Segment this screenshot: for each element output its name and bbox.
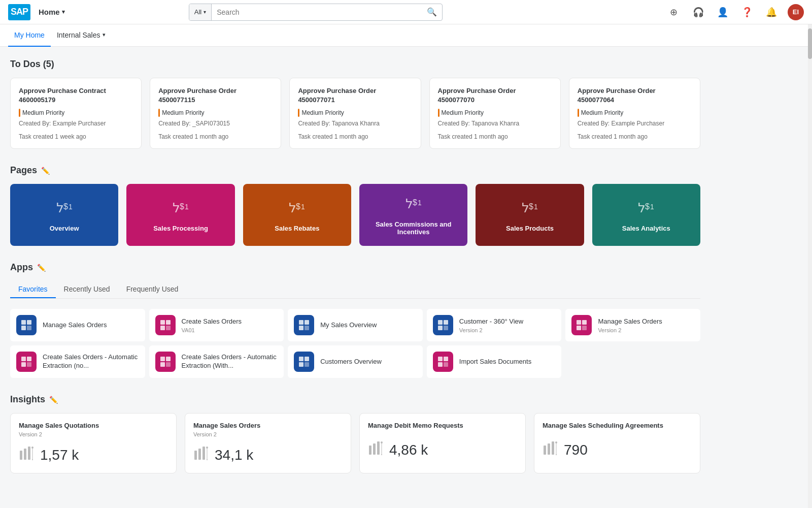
svg-rect-31 [444, 320, 448, 325]
home-menu[interactable]: Home ▾ [39, 8, 65, 16]
todo-title: Approve Purchase Order 4500077064 [578, 86, 692, 105]
page-card[interactable]: ל $ 1 Sales Products [476, 184, 584, 246]
app-icon [294, 352, 314, 372]
svg-rect-59 [194, 451, 197, 460]
svg-rect-55 [24, 449, 26, 460]
priority-badge: Medium Priority [438, 109, 552, 117]
svg-point-67 [381, 441, 383, 443]
svg-text:$: $ [63, 202, 68, 211]
priority-dot [19, 109, 20, 117]
notifications-icon[interactable]: 🔔 [763, 4, 780, 20]
svg-rect-33 [444, 326, 448, 330]
svg-rect-40 [21, 362, 26, 367]
todo-card[interactable]: Approve Purchase Order 4500077070 Medium… [429, 78, 561, 149]
nav-item-internal-sales[interactable]: Internal Sales ▾ [51, 24, 112, 47]
svg-rect-23 [166, 320, 171, 325]
insight-card[interactable]: Manage Debit Memo Requests 4,86 k [359, 413, 526, 473]
page-card[interactable]: ל $ 1 Sales Commissions and Incentives [359, 184, 467, 246]
svg-rect-18 [21, 320, 26, 325]
search-button[interactable]: 🔍 [422, 7, 442, 17]
app-info: Customers Overview [320, 358, 417, 366]
svg-rect-26 [299, 320, 303, 325]
copilot-icon[interactable]: ⊕ [666, 4, 682, 20]
insight-sub: Version 2 [193, 431, 343, 437]
sap-logo[interactable]: SAP [8, 4, 30, 20]
svg-rect-53 [444, 362, 448, 367]
svg-rect-39 [27, 357, 31, 361]
scrollbar[interactable] [808, 24, 812, 508]
insight-card[interactable]: Manage Sales Quotations Version 2 1,57 k [10, 413, 177, 473]
insight-icon [368, 440, 384, 460]
page-icon: ל $ 1 [403, 194, 424, 215]
svg-rect-51 [444, 357, 448, 361]
app-item[interactable]: Customers Overview [288, 345, 423, 378]
page-label: Sales Processing [153, 225, 208, 232]
page-card[interactable]: ל $ 1 Sales Processing [126, 184, 234, 246]
priority-label: Medium Priority [301, 109, 344, 116]
apps-edit-icon[interactable]: ✏️ [37, 264, 46, 272]
page-icon: ל $ 1 [520, 198, 540, 219]
insights-edit-icon[interactable]: ✏️ [49, 396, 58, 404]
insight-value: 1,57 k [40, 447, 79, 463]
app-tab-recently-used[interactable]: Recently Used [56, 281, 118, 298]
avatar[interactable]: EI [788, 4, 804, 20]
app-item[interactable]: Manage Sales Orders Version 2 [565, 309, 700, 341]
svg-point-72 [555, 441, 557, 443]
app-item[interactable]: Customer - 360° View Version 2 [427, 309, 562, 341]
page-label: Sales Analytics [622, 225, 670, 232]
scroll-area[interactable]: To Dos (5) Approve Purchase Contract 460… [0, 47, 812, 508]
svg-rect-70 [548, 443, 550, 455]
insight-icon [193, 446, 210, 465]
svg-text:1: 1 [69, 203, 73, 211]
app-name: Customers Overview [320, 358, 417, 366]
search-filter-dropdown[interactable]: All ▾ [189, 4, 212, 20]
page-card[interactable]: ל $ 1 Sales Analytics [592, 184, 700, 246]
svg-text:ל: ל [56, 200, 63, 215]
page-card[interactable]: ל $ 1 Sales Rebates [243, 184, 351, 246]
app-tab-frequently-used[interactable]: Frequently Used [118, 281, 187, 298]
home-label: Home [39, 8, 60, 16]
svg-rect-45 [166, 362, 171, 367]
user-settings-icon[interactable]: 👤 [715, 4, 731, 20]
priority-label: Medium Priority [22, 109, 64, 116]
insight-card[interactable]: Manage Sales Orders Version 2 34,1 k [185, 413, 351, 473]
todo-time: Task created 1 month ago [438, 133, 552, 140]
app-item[interactable]: Create Sales Orders VA01 [149, 309, 284, 341]
app-item[interactable]: My Sales Overview [288, 309, 423, 341]
app-info: My Sales Overview [320, 321, 417, 330]
app-item[interactable]: Import Sales Documents [427, 345, 562, 378]
page-icon: ל $ 1 [171, 198, 191, 219]
todo-card[interactable]: Approve Purchase Order 4500077115 Medium… [150, 78, 281, 149]
nav-item-myhome[interactable]: My Home [8, 24, 51, 47]
svg-rect-29 [304, 326, 309, 330]
svg-text:1: 1 [418, 199, 422, 207]
app-item[interactable]: Create Sales Orders - Automatic Extracti… [149, 345, 284, 378]
app-icon [155, 352, 176, 372]
scrollbar-thumb[interactable] [808, 28, 812, 59]
app-info: Manage Sales Orders [43, 321, 139, 330]
app-name: Create Sales Orders [182, 318, 278, 326]
app-icon [294, 315, 314, 335]
todo-card[interactable]: Approve Purchase Order 4500077064 Medium… [569, 78, 700, 149]
todo-card[interactable]: Approve Purchase Contract 4600005179 Med… [10, 78, 142, 149]
svg-rect-60 [198, 449, 201, 460]
app-tab-favorites[interactable]: Favorites [10, 281, 56, 298]
svg-rect-21 [27, 326, 31, 330]
svg-text:$: $ [413, 198, 417, 207]
search-input[interactable] [212, 4, 422, 20]
app-info: Create Sales Orders - Automatic Extracti… [43, 353, 139, 370]
help-icon[interactable]: ❓ [739, 4, 755, 20]
page-icon: ל $ 1 [54, 198, 75, 219]
app-icon [16, 352, 37, 372]
svg-rect-56 [28, 447, 30, 460]
app-item[interactable]: Create Sales Orders - Automatic Extracti… [10, 345, 145, 378]
headset-icon[interactable]: 🎧 [690, 4, 706, 20]
todo-card[interactable]: Approve Purchase Order 4500077071 Medium… [289, 78, 421, 149]
insight-card[interactable]: Manage Sales Scheduling Agreements 790 [534, 413, 700, 473]
svg-point-63 [207, 459, 208, 460]
pages-edit-icon[interactable]: ✏️ [41, 167, 50, 175]
app-item[interactable]: Manage Sales Orders [10, 309, 145, 341]
todo-time: Task created 1 week ago [19, 133, 133, 140]
svg-rect-71 [552, 441, 554, 455]
page-card[interactable]: ל $ 1 Overview [10, 184, 118, 246]
